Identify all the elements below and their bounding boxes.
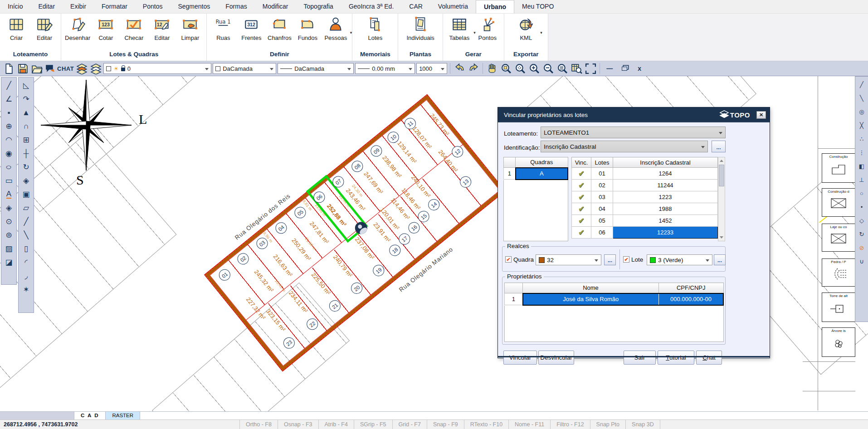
table-row[interactable]: 04 1988 [572,203,718,215]
snap-point-tool[interactable]: ⋮ [856,146,868,159]
snap-apparent-intersection-tool[interactable]: ∴ [856,132,868,146]
menu-tab-editar[interactable]: Editar [30,0,63,13]
nome-cell-selected[interactable]: José da Silva Romão [523,293,659,305]
lote-color-browse-button[interactable]: ... [714,254,726,265]
snap-intersection-tool[interactable]: ╳ [856,119,868,132]
cpf-cell-selected[interactable]: 000.000.000-00 [659,293,724,305]
menu-tab-meu-topo[interactable]: Meu TOPO [514,0,561,13]
minimize-drawing-button[interactable]: — [603,63,616,74]
toggle-atrib[interactable]: Atrib - F4 [318,420,354,429]
quadra-plat[interactable]: Rua Olegário dos Reis Rua Olegário Maria… [205,95,505,371]
polyline-tool[interactable]: ∠ [2,93,15,106]
close-drawing-button[interactable]: x [633,63,646,74]
menu-tab-modificar[interactable]: Modificar [255,0,296,13]
ruas-button[interactable]: Rua 1 Ruas [209,15,237,41]
tutorial-button[interactable]: Tutorial [658,351,694,365]
snap-endpoint-tool[interactable]: ╱ [856,78,868,91]
inscricao-cell[interactable]: 1264 [613,168,718,180]
toggle-snap[interactable]: Snap - F9 [427,420,464,429]
quadra-color-combo[interactable]: 32 [536,254,601,265]
undo-button[interactable] [453,62,466,75]
tabelas-button[interactable]: Tabelas [445,15,473,41]
pontos-button[interactable]: Pontos [473,15,502,41]
sair-button[interactable]: Sair [624,351,656,365]
chat-dialog-button[interactable]: Chat [696,351,722,365]
desenhar-button[interactable]: Desenhar [63,15,92,41]
editar-lotes-button[interactable]: 12 Editar [148,15,176,41]
snap-nearest-tool[interactable]: ╲ [856,92,868,105]
restore-drawing-button[interactable] [618,63,631,74]
tab-cad[interactable]: C A D [74,412,106,419]
fillet-tool[interactable]: ◜ [20,256,33,269]
close-icon[interactable]: ✕ [756,111,766,119]
quadras-table[interactable]: Quadras 1 A [503,157,568,180]
move-tool[interactable]: ┼ [20,147,33,160]
snap-disable-tool[interactable]: ⊘ [856,241,868,254]
toggle-snap-3d[interactable]: Snap 3D [625,420,660,429]
break-tool[interactable]: ╱ [20,215,33,228]
chanfros-button[interactable]: Chanfros [265,15,293,41]
table-row[interactable]: 01 1264 [572,168,718,180]
toggle-osnap[interactable]: Osnap - F3 [278,420,318,429]
table-row[interactable]: 1 A [504,168,568,180]
criar-loteamento-button[interactable]: Criar [2,15,30,41]
limpar-button[interactable]: Limpar [176,15,204,41]
label-tool[interactable]: ◈ [2,201,15,214]
scroll-down-icon[interactable] [718,234,725,241]
snap-insertion-tool[interactable]: ◧ [856,160,868,173]
line-tool[interactable]: ╱ [2,79,15,92]
menu-tab-topografia[interactable]: Topografia [296,0,341,13]
rectangle-tool[interactable]: ▭ [2,174,15,187]
ellipse-tool[interactable]: ○ [2,161,15,174]
break-point-tool[interactable]: ╲ [20,229,33,242]
loteamento-combo[interactable]: LOTEAMENTO1 [541,127,726,138]
zoom-layers-button[interactable] [556,62,569,75]
snap-magnet-tool[interactable]: ∪ [856,255,868,268]
lineweight-combo[interactable]: 0.00 mm [355,63,415,74]
scrollbar-thumb[interactable] [719,165,724,186]
circle-tag-tool[interactable]: ⊙ [2,215,15,228]
table-row selected[interactable]: 1 José da Silva Romão 000.000.000-00 [505,293,724,305]
tab-raster[interactable]: RASTER [106,412,140,419]
kml-button[interactable]: KML [512,15,540,41]
extend-tool[interactable]: ▯ [20,242,33,255]
array-tool[interactable]: ⊞ [20,133,33,146]
snap-center-tool[interactable]: ◎ [856,105,868,118]
scroll-up-icon[interactable] [718,157,725,164]
solid-fill-tool[interactable]: ◪ [2,256,15,269]
lotes-scrollbar[interactable] [718,157,725,241]
checar-button[interactable]: Checar [120,15,148,41]
dialog-titlebar[interactable]: Vincular proprietários aos lotes TOPO ✕ [498,107,770,122]
zoom-in-button[interactable] [528,62,541,75]
editar-loteamento-button[interactable]: Editar [30,15,59,41]
identificacao-browse-button[interactable]: ... [712,141,726,152]
scale-combo[interactable]: 1000 [416,63,447,74]
circle-copy-tool[interactable]: ⊚ [2,229,15,242]
inscricao-cell[interactable]: 1988 [613,203,718,215]
color-combo[interactable]: DaCamada [213,63,276,74]
memorial-lotes-button[interactable]: Lotes [361,15,389,41]
menu-tab-volumetria[interactable]: Volumetria [430,0,476,13]
zoom-out-button[interactable] [542,62,555,75]
table-row[interactable]: 05 1452 [572,215,718,227]
menu-tab-pontos[interactable]: Pontos [135,0,171,13]
menu-tab-formas[interactable]: Formas [218,0,254,13]
toggle-sgrip[interactable]: SGrip - F5 [354,420,392,429]
cotar-button[interactable]: 123 Cotar [92,15,120,41]
copy-tool[interactable]: ↷ [20,93,33,106]
desvincular-button[interactable]: Desvincular [538,351,574,365]
explode-tool[interactable]: ✶ [20,283,33,296]
snap-tangent-tool[interactable]: ○ [856,187,868,200]
menu-tab-inicio[interactable]: Início [0,0,30,13]
quadra-highlight-checkbox[interactable] [505,256,512,263]
snap-quadrant-tool[interactable]: ◇ [856,214,868,227]
fundos-button[interactable]: Fundos [293,15,322,41]
cloud-tool[interactable]: ∩ [20,120,33,133]
fullscreen-button[interactable] [584,62,597,75]
inscricao-cell-selected[interactable]: 12233 [613,227,718,239]
lote-color-combo[interactable]: 3 (Verde) [647,254,712,265]
arc-tool[interactable]: ◠ [2,133,15,146]
trim-tool[interactable]: ◺ [20,79,33,92]
zoom-table-button[interactable] [570,62,583,75]
lotes-table[interactable]: Vinc. Lotes Inscrição Cadastral 01 1264 … [571,157,718,239]
